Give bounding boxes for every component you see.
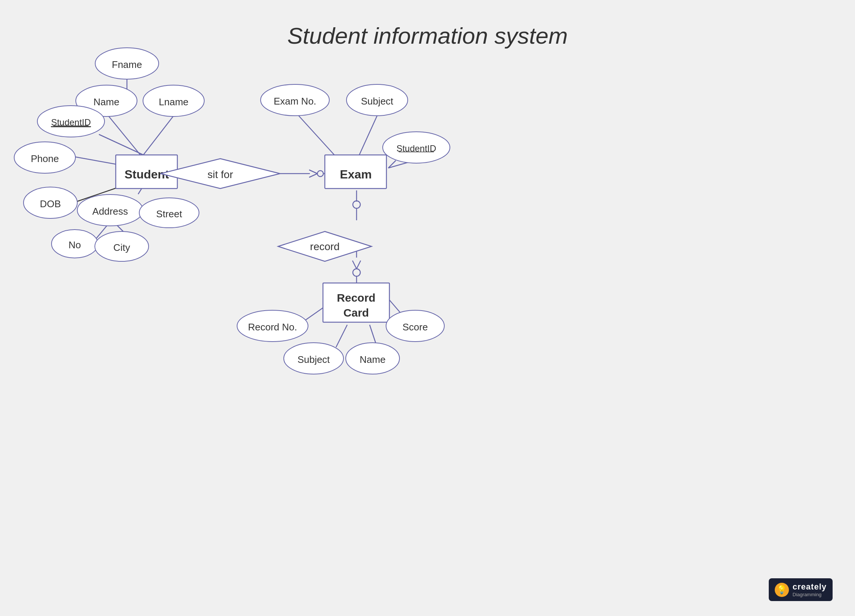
svg-line-27 bbox=[352, 260, 357, 269]
svg-line-32 bbox=[336, 325, 347, 347]
svg-line-15 bbox=[309, 170, 317, 173]
svg-line-20 bbox=[359, 116, 377, 157]
svg-point-29 bbox=[353, 269, 360, 276]
creately-logo-icon: 💡 bbox=[775, 583, 789, 597]
svg-text:Name: Name bbox=[360, 354, 385, 365]
svg-text:City: City bbox=[113, 242, 130, 253]
svg-text:Card: Card bbox=[343, 306, 369, 319]
creately-tagline: Diagramming bbox=[793, 592, 827, 597]
svg-text:Street: Street bbox=[156, 208, 182, 219]
creately-company-name: creately bbox=[793, 582, 827, 592]
svg-text:Subject: Subject bbox=[297, 354, 330, 365]
svg-text:Address: Address bbox=[92, 206, 128, 217]
svg-text:Exam: Exam bbox=[340, 168, 371, 181]
svg-point-17 bbox=[317, 171, 323, 176]
er-diagram: Student Exam Record Card sit for record … bbox=[0, 0, 855, 616]
svg-text:Fname: Fname bbox=[112, 59, 142, 70]
svg-text:Record No.: Record No. bbox=[248, 322, 297, 333]
svg-text:Exam No.: Exam No. bbox=[274, 96, 316, 107]
svg-text:sit for: sit for bbox=[208, 169, 233, 180]
svg-text:Score: Score bbox=[403, 322, 428, 333]
svg-line-16 bbox=[309, 173, 317, 177]
svg-point-24 bbox=[353, 201, 360, 208]
svg-text:Phone: Phone bbox=[31, 153, 58, 164]
svg-text:Lname: Lname bbox=[159, 96, 188, 107]
svg-line-28 bbox=[357, 260, 361, 269]
svg-text:Name: Name bbox=[93, 96, 119, 107]
svg-text:No: No bbox=[68, 239, 81, 250]
svg-text:Record: Record bbox=[337, 291, 375, 304]
svg-text:Subject: Subject bbox=[361, 96, 394, 107]
creately-badge: 💡 creately Diagramming bbox=[769, 578, 833, 601]
svg-line-2 bbox=[108, 116, 142, 157]
svg-line-1 bbox=[99, 135, 147, 157]
svg-line-19 bbox=[299, 116, 336, 157]
svg-line-4 bbox=[142, 116, 174, 157]
svg-text:record: record bbox=[310, 241, 339, 252]
svg-text:DOB: DOB bbox=[40, 198, 61, 210]
